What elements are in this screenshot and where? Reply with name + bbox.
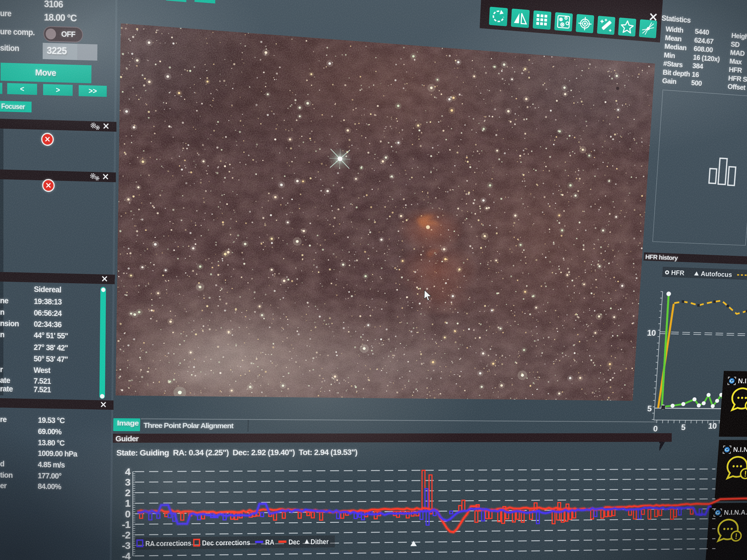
- svg-text:Dec corrections: Dec corrections: [202, 538, 250, 547]
- svg-text:HFR: HFR: [671, 269, 685, 276]
- svg-text:Dither: Dither: [310, 537, 329, 546]
- svg-text:RA: RA: [265, 538, 274, 546]
- svg-text:RA corrections: RA corrections: [145, 539, 191, 548]
- svg-text:Dec: Dec: [289, 538, 300, 546]
- svg-text:Autofocus: Autofocus: [701, 270, 732, 278]
